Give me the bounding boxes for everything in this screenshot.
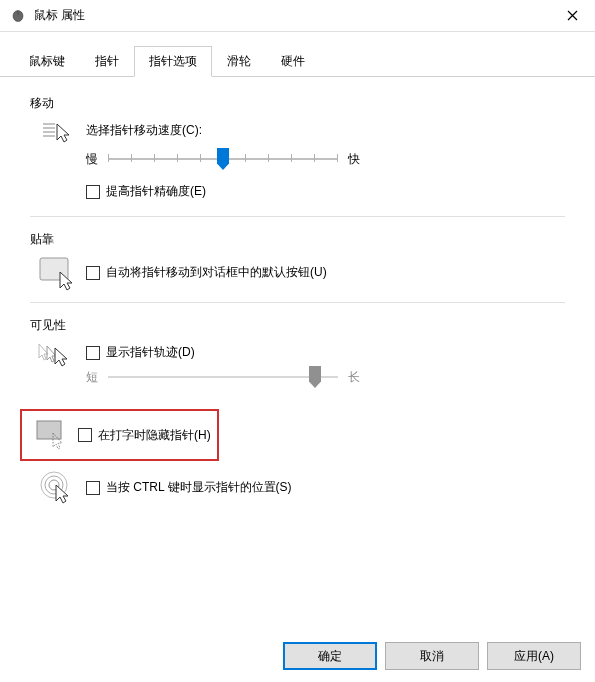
apply-button[interactable]: 应用(A) xyxy=(487,642,581,670)
hide-typing-checkbox[interactable] xyxy=(78,428,92,442)
hide-typing-icon xyxy=(28,419,78,451)
cancel-button[interactable]: 取消 xyxy=(385,642,479,670)
hide-typing-label: 在打字时隐藏指针(H) xyxy=(98,427,211,444)
mouse-icon xyxy=(10,10,26,22)
tab-strip: 鼠标键 指针 指针选项 滑轮 硬件 xyxy=(0,32,595,77)
svg-rect-7 xyxy=(37,421,61,439)
snap-label: 自动将指针移动到对话框中的默认按钮(U) xyxy=(106,264,327,281)
snap-icon xyxy=(30,256,86,292)
visibility-group-label: 可见性 xyxy=(30,317,565,334)
motion-group-label: 移动 xyxy=(30,95,565,112)
window-title: 鼠标 属性 xyxy=(34,7,549,24)
speed-label: 选择指针移动速度(C): xyxy=(86,122,565,139)
speed-slow-label: 慢 xyxy=(86,151,98,168)
trails-long-label: 长 xyxy=(348,369,360,386)
titlebar: 鼠标 属性 xyxy=(0,0,595,32)
tab-hardware[interactable]: 硬件 xyxy=(266,46,320,76)
trails-label: 显示指针轨迹(D) xyxy=(106,344,195,361)
motion-icon xyxy=(30,120,86,148)
dialog-buttons: 确定 取消 应用(A) xyxy=(283,642,581,670)
tab-pointer-options[interactable]: 指针选项 xyxy=(134,46,212,77)
ctrl-locate-checkbox[interactable] xyxy=(86,481,100,495)
highlight-box: 在打字时隐藏指针(H) xyxy=(20,409,219,461)
speed-fast-label: 快 xyxy=(348,151,360,168)
snap-group-label: 贴靠 xyxy=(30,231,565,248)
tab-content: 移动 选择指针移动速度(C): 慢 xyxy=(0,77,595,525)
trails-short-label: 短 xyxy=(86,369,98,386)
precision-checkbox[interactable] xyxy=(86,185,100,199)
speed-slider-thumb[interactable] xyxy=(217,148,229,170)
ok-button[interactable]: 确定 xyxy=(283,642,377,670)
tab-pointer[interactable]: 指针 xyxy=(80,46,134,76)
precision-label: 提高指针精确度(E) xyxy=(106,183,206,200)
tab-mouse-keys[interactable]: 鼠标键 xyxy=(14,46,80,76)
trails-slider xyxy=(108,367,338,387)
speed-slider[interactable] xyxy=(108,149,338,169)
trails-slider-thumb xyxy=(309,366,321,388)
close-button[interactable] xyxy=(549,0,595,32)
trails-checkbox[interactable] xyxy=(86,346,100,360)
trails-icon xyxy=(30,342,86,372)
snap-checkbox[interactable] xyxy=(86,266,100,280)
ctrl-locate-label: 当按 CTRL 键时显示指针的位置(S) xyxy=(106,479,292,496)
ctrl-locate-icon xyxy=(30,471,86,507)
tab-wheel[interactable]: 滑轮 xyxy=(212,46,266,76)
